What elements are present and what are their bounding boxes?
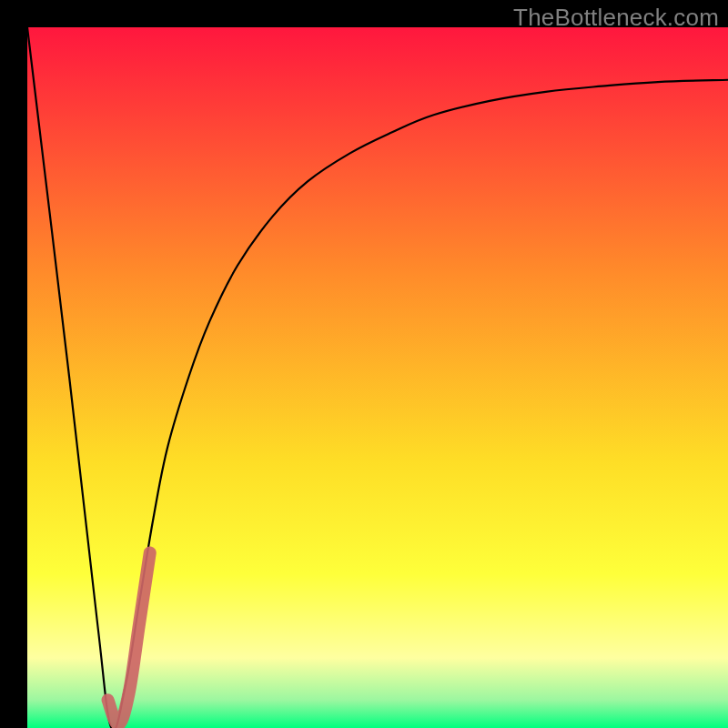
plot-area <box>27 27 728 728</box>
watermark-text: TheBottleneck.com <box>513 4 719 32</box>
chart-frame: TheBottleneck.com <box>0 0 728 728</box>
gradient-background <box>27 27 728 728</box>
chart-svg <box>27 27 728 728</box>
